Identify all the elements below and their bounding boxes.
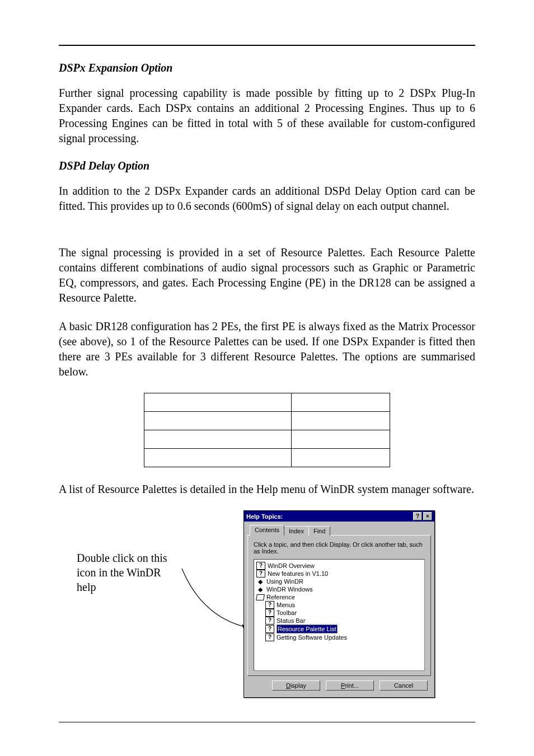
page-icon: ? (265, 625, 274, 633)
tree-item-resource-palette-list[interactable]: ? Resource Palette List (256, 624, 422, 633)
callout-arrow-icon (179, 566, 252, 633)
table-row (144, 412, 390, 430)
tree-label: WinDR Overview (268, 562, 315, 570)
page-icon: ? (265, 633, 274, 641)
para-dspx: Further signal processing capability is … (59, 86, 475, 146)
tree-item-menus[interactable]: ? Menus (256, 601, 422, 609)
tree-item-newfeatures[interactable]: ? New features in V1.10 (256, 570, 422, 577)
page-icon: ? (256, 570, 265, 577)
callout-text: Double click on this icon in the WinDR h… (77, 551, 177, 594)
tab-contents[interactable]: Contents (250, 525, 284, 536)
table-row (144, 430, 390, 449)
window-titlebar[interactable]: Help Topics: ? × (244, 511, 434, 522)
cancel-button[interactable]: Cancel (380, 680, 428, 691)
topic-tree[interactable]: ? WinDR Overview ? New features in V1.10… (254, 559, 425, 671)
tree-label: Toolbar (277, 609, 297, 617)
page-icon: ? (265, 609, 274, 617)
tree-label: WinDR Windows (266, 585, 313, 593)
book-icon (256, 586, 264, 593)
tree-label: Menus (277, 601, 295, 609)
top-rule (59, 45, 475, 46)
window-title: Help Topics: (246, 513, 283, 520)
heading-dspx: DSPx Expansion Option (59, 62, 475, 74)
tab-index[interactable]: Index (284, 526, 309, 536)
bottom-rule (59, 722, 475, 722)
tree-item-using[interactable]: Using WinDR (256, 577, 422, 585)
para-dspd: In addition to the 2 DSPx Expander cards… (59, 184, 475, 214)
page-icon: ? (265, 601, 274, 609)
tree-item-reference[interactable]: Reference (256, 593, 422, 601)
titlebar-close-button[interactable]: × (423, 512, 432, 520)
tree-item-overview[interactable]: ? WinDR Overview (256, 562, 422, 570)
tree-label: Using WinDR (266, 577, 303, 585)
tab-panel-contents: Click a topic, and then click Display. O… (247, 535, 431, 676)
page-icon: ? (265, 617, 274, 624)
para-resource-palettes: The signal processing is provided in a s… (59, 245, 475, 306)
titlebar-help-button[interactable]: ? (413, 512, 422, 520)
instruction-text: Click a topic, and then click Display. O… (254, 541, 425, 555)
tabstrip: Contents Index Find (247, 525, 431, 536)
table-row (144, 393, 390, 412)
tree-item-updates[interactable]: ? Getting Software Updates (256, 633, 422, 641)
help-topics-window: Help Topics: ? × Contents Index Find Cli… (243, 510, 435, 698)
para-config: A basic DR128 configuration has 2 PEs, t… (59, 319, 475, 379)
dialog-button-row: Display Print... Cancel (247, 676, 431, 693)
tree-label: Reference (266, 593, 295, 601)
tree-label: New features in V1.10 (268, 570, 328, 577)
tree-item-statusbar[interactable]: ? Status Bar (256, 617, 422, 624)
print-button[interactable]: Print... (326, 680, 374, 691)
para-palette-list: A list of Resource Palettes is detailed … (59, 482, 475, 497)
tree-label: Status Bar (277, 617, 305, 624)
table-row (144, 449, 390, 467)
heading-dspd: DSPd Delay Option (59, 159, 475, 172)
tree-item-windows[interactable]: WinDR Windows (256, 585, 422, 593)
tree-item-toolbar[interactable]: ? Toolbar (256, 609, 422, 617)
display-button[interactable]: Display (272, 680, 320, 691)
tree-label: Getting Software Updates (277, 633, 347, 641)
book-icon (256, 578, 264, 585)
tree-label: Resource Palette List (277, 624, 338, 633)
tab-find[interactable]: Find (308, 526, 330, 536)
open-book-icon (256, 594, 264, 600)
page-icon: ? (256, 562, 265, 570)
options-table (144, 393, 390, 467)
